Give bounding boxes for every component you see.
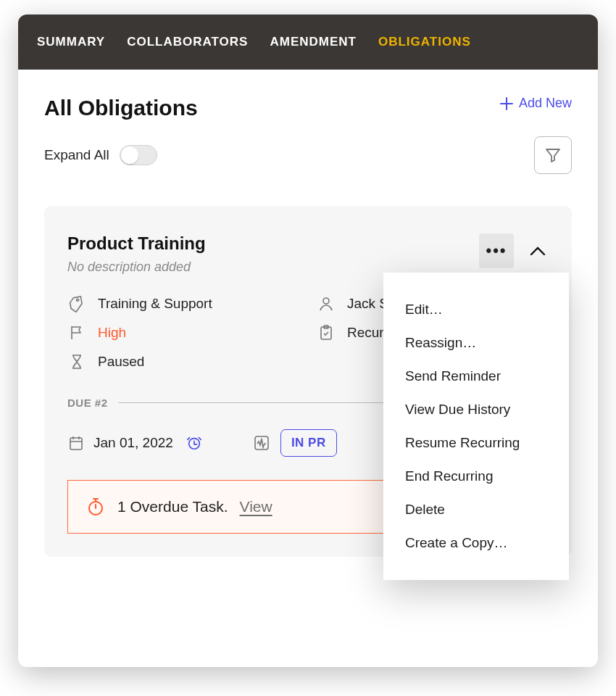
meta-priority: High [67, 324, 299, 341]
person-icon [317, 295, 336, 312]
svg-rect-5 [255, 436, 268, 450]
tab-summary[interactable]: SUMMARY [37, 35, 105, 49]
tag-icon [67, 295, 86, 312]
chevron-up-icon [530, 246, 546, 256]
page-title: All Obligations [44, 96, 198, 120]
expand-all-toggle[interactable] [120, 145, 157, 165]
activity-icon [253, 434, 270, 452]
controls-row: Expand All [44, 136, 572, 174]
overdue-text: 1 Overdue Task. [117, 498, 228, 515]
priority-value: High [98, 325, 126, 341]
state-value: Paused [98, 354, 144, 370]
type-value: Recurr [347, 325, 388, 341]
menu-delete[interactable]: Delete [383, 493, 569, 526]
card-actions: ••• Edit… Reassign… Send Reminder View D… [479, 233, 549, 268]
tab-bar: SUMMARY COLLABORATORS AMENDMENT OBLIGATI… [18, 14, 598, 70]
menu-resume-recurring[interactable]: Resume Recurring [383, 426, 569, 460]
overdue-view-link[interactable]: View [240, 498, 272, 515]
expand-all-label: Expand All [44, 147, 109, 163]
tab-amendment[interactable]: AMENDMENT [270, 35, 357, 49]
dots-icon: ••• [486, 241, 507, 260]
expand-all-control: Expand All [44, 145, 157, 165]
tab-obligations[interactable]: OBLIGATIONS [378, 35, 471, 49]
collapse-button[interactable] [527, 240, 549, 262]
hourglass-icon [67, 353, 86, 370]
obligation-description: No description added [67, 260, 206, 275]
menu-edit[interactable]: Edit… [383, 293, 569, 326]
obligation-card: Product Training No description added ••… [44, 206, 572, 557]
status-wrap: IN PR [253, 429, 337, 457]
status-chip[interactable]: IN PR [280, 429, 337, 457]
menu-view-due-history[interactable]: View Due History [383, 393, 569, 426]
category-value: Training & Support [98, 296, 212, 312]
window: SUMMARY COLLABORATORS AMENDMENT OBLIGATI… [18, 14, 598, 667]
stopwatch-icon [86, 497, 106, 517]
header-row: All Obligations Add New [44, 96, 572, 120]
menu-send-reminder[interactable]: Send Reminder [383, 360, 569, 393]
page-body: All Obligations Add New Expand All [18, 70, 598, 557]
meta-category: Training & Support [67, 295, 299, 312]
more-options-button[interactable]: ••• [479, 233, 514, 268]
menu-reassign[interactable]: Reassign… [383, 326, 569, 360]
tab-collaborators[interactable]: COLLABORATORS [127, 35, 248, 49]
due-label: DUE #2 [67, 397, 108, 409]
options-popup: Edit… Reassign… Send Reminder View Due H… [383, 273, 569, 580]
menu-create-copy[interactable]: Create a Copy… [383, 526, 569, 560]
filter-button[interactable] [534, 136, 572, 174]
menu-end-recurring[interactable]: End Recurring [383, 460, 569, 493]
alarm-icon [186, 435, 202, 451]
due-date: Jan 01, 2022 [67, 434, 202, 452]
plus-icon [500, 97, 513, 110]
svg-rect-3 [70, 438, 82, 450]
add-new-label: Add New [519, 96, 572, 111]
svg-point-0 [323, 298, 329, 304]
flag-icon [67, 324, 86, 341]
calendar-icon [67, 434, 85, 452]
card-header: Product Training No description added ••… [67, 233, 549, 275]
funnel-icon [544, 146, 562, 164]
add-new-button[interactable]: Add New [500, 96, 572, 111]
obligation-title: Product Training [67, 233, 206, 254]
meta-state: Paused [67, 353, 299, 370]
clipboard-check-icon [317, 324, 336, 341]
due-date-value: Jan 01, 2022 [93, 435, 173, 451]
